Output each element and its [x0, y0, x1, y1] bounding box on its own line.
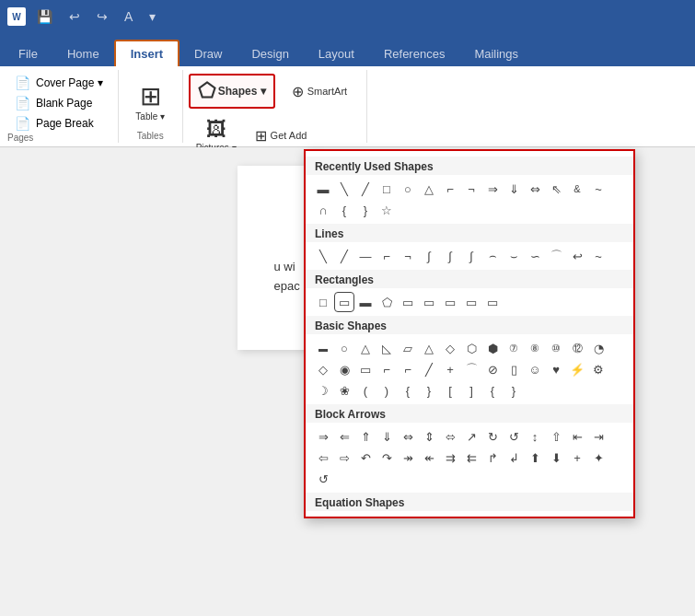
page-break-btn[interactable]: 📄 Page Break — [7, 114, 110, 133]
shape-arc[interactable]: ∩ — [313, 200, 333, 220]
basic-diamond[interactable]: ◇ — [440, 338, 460, 358]
line-arc3[interactable]: ⌒ — [546, 246, 566, 266]
ba-ne[interactable]: ↗ — [461, 426, 481, 447]
ba-up[interactable]: ⇑ — [355, 426, 376, 447]
ba-leftright[interactable]: ⇔ — [398, 426, 418, 447]
shape-corner2[interactable]: ¬ — [461, 179, 481, 199]
ba-star-cross[interactable]: ✦ — [588, 447, 608, 468]
tab-layout[interactable]: Layout — [304, 41, 369, 66]
basic-triangle2[interactable]: △ — [419, 338, 439, 358]
line-back-arrow[interactable]: ↩ — [567, 246, 587, 266]
basic-diagonal[interactable]: ╱ — [419, 359, 439, 379]
shape-nw-arrow[interactable]: ⇖ — [546, 179, 566, 199]
line-diagonal2[interactable]: ╱ — [334, 246, 354, 266]
ba-turn-right[interactable]: ↱ — [482, 447, 503, 468]
ba-left[interactable]: ⇐ — [334, 426, 354, 447]
tab-mailings[interactable]: Mailings — [459, 41, 533, 66]
customize-button[interactable]: ▾ — [144, 7, 161, 26]
rect-rounded[interactable]: ▭ — [334, 292, 354, 312]
rect-variant5[interactable]: ▭ — [482, 292, 503, 312]
ba-left2[interactable]: ⇦ — [313, 447, 333, 468]
ba-right3[interactable]: ↠ — [398, 447, 418, 468]
ba-right[interactable]: ⇒ — [313, 426, 333, 447]
ba-down3[interactable]: ⬇ — [546, 447, 566, 468]
shape-brace-right[interactable]: } — [355, 200, 376, 220]
basic-bracket[interactable]: ▯ — [504, 359, 524, 379]
tab-home[interactable]: Home — [52, 41, 114, 66]
ba-curve-left[interactable]: ↶ — [355, 447, 376, 468]
tab-design[interactable]: Design — [237, 41, 303, 66]
basic-paren-left[interactable]: ( — [355, 380, 376, 401]
line-curve1[interactable]: ∫ — [419, 246, 439, 266]
ba-notched-right[interactable]: ⇥ — [588, 426, 608, 447]
ba-rotate[interactable]: ↺ — [313, 469, 333, 489]
shape-corner1[interactable]: ⌐ — [440, 179, 460, 199]
ba-updown[interactable]: ⇕ — [419, 426, 439, 447]
shape-amp[interactable]: & — [567, 179, 587, 199]
line-diagonal1[interactable]: ╲ — [313, 246, 333, 266]
basic-moon[interactable]: ☽ — [313, 380, 333, 401]
ba-up3[interactable]: ⬆ — [525, 447, 545, 468]
basic-no[interactable]: ⊘ — [482, 359, 503, 379]
rect-plain[interactable]: □ — [313, 292, 333, 312]
basic-heart[interactable]: ♥ — [546, 359, 566, 379]
smartart-btn[interactable]: ⊕ SmartArt — [286, 79, 353, 104]
ba-left3[interactable]: ↞ — [419, 447, 439, 468]
ba-double-left[interactable]: ⇇ — [461, 447, 481, 468]
basic-paren-right[interactable]: ) — [376, 380, 397, 401]
shape-oval[interactable]: ○ — [398, 179, 418, 199]
cover-page-btn[interactable]: 📄 Cover Page ▾ — [7, 74, 110, 92]
ba-down[interactable]: ⇓ — [376, 426, 397, 447]
shape-text-box[interactable]: ▬ — [313, 179, 333, 199]
tab-references[interactable]: References — [369, 41, 459, 66]
shape-left-right-arrow[interactable]: ⇔ — [525, 179, 545, 199]
basic-chord[interactable]: ◇ — [313, 359, 333, 379]
basic-brace-left[interactable]: { — [398, 380, 418, 401]
shape-brace-left[interactable]: { — [334, 200, 354, 220]
basic-circle10[interactable]: ⑩ — [546, 338, 566, 358]
basic-bracket-right[interactable]: ] — [461, 380, 481, 401]
ba-quad[interactable]: ⬄ — [440, 426, 460, 447]
basic-hexagon[interactable]: ⬡ — [461, 338, 481, 358]
shape-right-arrow[interactable]: ⇒ — [482, 179, 503, 199]
rect-variant1[interactable]: ▭ — [398, 292, 418, 312]
basic-circle12[interactable]: ⑫ — [567, 338, 587, 358]
basic-bracket-left[interactable]: [ — [440, 380, 460, 401]
line-curve2[interactable]: ∫ — [440, 246, 460, 266]
basic-brace2-right[interactable]: } — [504, 380, 524, 401]
basic-lshape2[interactable]: ⌐ — [398, 359, 418, 379]
tab-insert[interactable]: Insert — [114, 40, 180, 66]
ba-cw[interactable]: ↻ — [482, 426, 503, 447]
basic-flower[interactable]: ❀ — [334, 380, 354, 401]
shape-star[interactable]: ☆ — [376, 200, 397, 220]
line-arc1[interactable]: ⌢ — [482, 246, 503, 266]
basic-arc[interactable]: ⌒ — [461, 359, 481, 379]
rect-snip[interactable]: ▬ — [355, 292, 376, 312]
basic-gear[interactable]: ⚙ — [588, 359, 608, 379]
shape-rect[interactable]: □ — [376, 179, 397, 199]
basic-parallelogram[interactable]: ▱ — [398, 338, 418, 358]
basic-brace-right[interactable]: } — [419, 380, 439, 401]
line-curve3[interactable]: ∫ — [461, 246, 481, 266]
blank-page-btn[interactable]: 📄 Blank Page — [7, 94, 110, 112]
basic-heptagon[interactable]: ⬢ — [482, 338, 503, 358]
tab-file[interactable]: File — [4, 41, 52, 66]
basic-right-triangle[interactable]: ◺ — [376, 338, 397, 358]
ba-cross[interactable]: + — [567, 447, 587, 468]
basic-donut[interactable]: ◉ — [334, 359, 354, 379]
ba-right2[interactable]: ⇨ — [334, 447, 354, 468]
shape-line1[interactable]: ╲ — [334, 179, 354, 199]
shapes-btn[interactable]: ⬠ Shapes ▾ — [189, 74, 275, 109]
shape-line2[interactable]: ╱ — [355, 179, 376, 199]
redo-button[interactable]: ↪ — [91, 7, 113, 26]
format-painter-button[interactable]: A — [119, 7, 138, 26]
line-corner1[interactable]: ⌐ — [376, 246, 397, 266]
basic-plus[interactable]: + — [440, 359, 460, 379]
basic-rect2[interactable]: ▭ — [355, 359, 376, 379]
basic-circle8[interactable]: ⑧ — [525, 338, 545, 358]
ba-ccw[interactable]: ↺ — [504, 426, 524, 447]
table-btn[interactable]: ⊞ Table ▾ — [130, 80, 170, 125]
save-button[interactable]: 💾 — [31, 7, 58, 26]
ba-up2[interactable]: ⇧ — [546, 426, 566, 447]
undo-button[interactable]: ↩ — [64, 7, 86, 26]
